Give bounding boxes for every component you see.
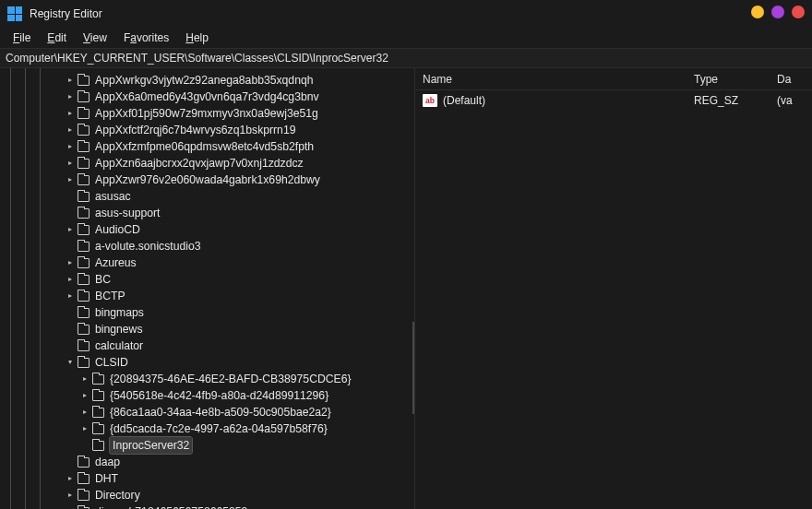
tree-node[interactable]: ▸Azureus <box>0 254 414 271</box>
chevron-right-icon[interactable]: ▸ <box>65 470 76 487</box>
chevron-right-icon[interactable]: ▸ <box>79 404 90 420</box>
folder-icon <box>78 242 90 252</box>
tree-node-label: daap <box>95 454 120 470</box>
folder-icon <box>92 408 104 418</box>
tree-node-label: {5405618e-4c42-4fb9-a80a-d24d89911296} <box>110 387 328 404</box>
value-row[interactable]: ab (Default) REG_SZ (va <box>415 90 812 111</box>
tree-node[interactable]: ▸bingnews <box>0 321 414 337</box>
chevron-right-icon[interactable]: ▸ <box>79 371 90 387</box>
tree-node[interactable]: ▸AppXwrkgv3vjytw2z92anega8abb35xqdnqh <box>0 72 414 89</box>
tree-node-label: bingmaps <box>95 304 144 321</box>
menu-file[interactable]: File <box>6 30 38 46</box>
menu-favorites[interactable]: Favorites <box>116 30 176 46</box>
chevron-right-icon[interactable]: ▸ <box>79 420 90 437</box>
tree-node[interactable]: ▸bingmaps <box>0 304 414 321</box>
tree-node[interactable]: ▸AudioCD <box>0 221 414 238</box>
tree-node[interactable]: ▸AppXzn6aajbcrxx2qvxjawp7v0xnj1zdzdcz <box>0 155 414 172</box>
tree-root: ▸AppXwrkgv3vjytw2z92anega8abb35xqdnqh▸Ap… <box>0 72 414 509</box>
tree-node-label: InprocServer32 <box>110 437 192 454</box>
chevron-right-icon[interactable]: ▸ <box>65 254 76 271</box>
folder-icon <box>78 308 90 318</box>
tree-node[interactable]: ▸BC <box>0 271 414 288</box>
column-header-name[interactable]: Name <box>423 73 694 86</box>
folder-icon <box>78 109 90 119</box>
chevron-right-icon[interactable]: ▸ <box>65 503 76 509</box>
detail-pane: Name Type Da ab (Default) REG_SZ (va <box>415 68 812 509</box>
chevron-right-icon[interactable]: ▸ <box>65 72 76 89</box>
chevron-down-icon[interactable]: ▾ <box>65 354 76 371</box>
chevron-right-icon[interactable]: ▸ <box>65 155 76 172</box>
minimize-button[interactable] <box>751 6 764 18</box>
string-value-icon: ab <box>423 94 437 107</box>
folder-icon <box>78 291 90 302</box>
folder-icon <box>78 142 90 152</box>
tree-node[interactable]: ▸discord-712465656758665259 <box>0 503 414 509</box>
tree-node[interactable]: ▸{5405618e-4c42-4fb9-a80a-d24d89911296} <box>0 387 414 404</box>
value-data: (va <box>777 94 805 107</box>
tree-node[interactable]: ▸InprocServer32 <box>0 437 414 454</box>
tree-node-label: AppXwrkgv3vjytw2z92anega8abb35xqdnqh <box>95 72 313 89</box>
tree-node[interactable]: ▸DHT <box>0 470 414 487</box>
tree-node[interactable]: ▸asus-support <box>0 205 414 221</box>
maximize-button[interactable] <box>771 6 784 18</box>
tree-node[interactable]: ▸{86ca1aa0-34aa-4e8b-a509-50c905bae2a2} <box>0 404 414 420</box>
column-header-data[interactable]: Da <box>777 73 805 86</box>
chevron-right-icon[interactable]: ▸ <box>65 487 76 503</box>
tree-node-label: Directory <box>95 487 140 503</box>
chevron-right-icon[interactable]: ▸ <box>79 387 90 404</box>
chevron-right-icon[interactable]: ▸ <box>65 221 76 238</box>
folder-icon <box>78 325 90 335</box>
tree-node-label: AppXxfctf2rqj6c7b4wrvys6zq1bskprrn19 <box>95 122 295 138</box>
column-header-type[interactable]: Type <box>694 73 777 86</box>
chevron-right-icon[interactable]: ▸ <box>65 288 76 304</box>
chevron-right-icon[interactable]: ▸ <box>65 271 76 288</box>
chevron-right-icon[interactable]: ▸ <box>65 105 76 122</box>
tree-node[interactable]: ▸AppXzwr976v2e060wada4gabrk1x69h2dbwy <box>0 172 414 188</box>
menubar: File Edit View Favorites Help <box>0 28 812 48</box>
folder-icon <box>78 159 90 169</box>
folder-icon <box>78 474 90 484</box>
folder-icon <box>78 491 90 501</box>
tree-node[interactable]: ▸{20894375-46AE-46E2-BAFD-CB38975CDCE6} <box>0 371 414 387</box>
folder-icon <box>78 76 90 86</box>
tree-node[interactable]: ▸BCTP <box>0 288 414 304</box>
chevron-right-icon[interactable]: ▸ <box>65 138 76 155</box>
tree-node-label: AppXx6a0med6y43gv0vn6qa7r3vdg4cg3bnv <box>95 89 319 105</box>
scrollbar-vertical[interactable] <box>412 322 414 414</box>
window-controls <box>751 6 805 18</box>
menu-help[interactable]: Help <box>178 30 216 46</box>
tree-node[interactable]: ▸AppXxf01pj590w7z9mxmyv3nx0a9ewj3e51g <box>0 105 414 122</box>
tree-node-label: {86ca1aa0-34aa-4e8b-a509-50c905bae2a2} <box>110 404 331 420</box>
folder-icon <box>78 225 90 235</box>
menu-view[interactable]: View <box>76 30 114 46</box>
tree-node[interactable]: ▸a-volute.sonicstudio3 <box>0 238 414 254</box>
tree-pane[interactable]: ▸AppXwrkgv3vjytw2z92anega8abb35xqdnqh▸Ap… <box>0 68 415 509</box>
folder-icon <box>92 424 104 434</box>
tree-node-label: calculator <box>95 337 143 354</box>
tree-node[interactable]: ▸asusac <box>0 188 414 205</box>
tree-node[interactable]: ▸AppXx6a0med6y43gv0vn6qa7r3vdg4cg3bnv <box>0 89 414 105</box>
tree-node-label: BCTP <box>95 288 125 304</box>
chevron-right-icon[interactable]: ▸ <box>65 172 76 188</box>
folder-icon <box>92 441 104 451</box>
folder-icon <box>78 275 90 285</box>
tree-node[interactable]: ▸AppXxfzmfpme06qpdmsvw8etc4vd5sb2fpth <box>0 138 414 155</box>
chevron-right-icon[interactable]: ▸ <box>65 89 76 105</box>
tree-node[interactable]: ▸AppXxfctf2rqj6c7b4wrvys6zq1bskprrn19 <box>0 122 414 138</box>
tree-node[interactable]: ▾CLSID <box>0 354 414 371</box>
chevron-right-icon[interactable]: ▸ <box>65 122 76 138</box>
tree-node-label: asusac <box>95 188 131 205</box>
address-bar[interactable]: Computer\HKEY_CURRENT_USER\Software\Clas… <box>0 48 812 68</box>
tree-node-label: bingnews <box>95 321 143 337</box>
tree-node[interactable]: ▸calculator <box>0 337 414 354</box>
tree-node-label: discord-712465656758665259 <box>95 503 247 509</box>
tree-node[interactable]: ▸{dd5cacda-7c2e-4997-a62a-04a597b58f76} <box>0 420 414 437</box>
menu-edit[interactable]: Edit <box>40 30 74 46</box>
tree-node[interactable]: ▸daap <box>0 454 414 470</box>
tree-node-label: AppXzwr976v2e060wada4gabrk1x69h2dbwy <box>95 172 320 188</box>
tree-node-label: asus-support <box>95 205 160 221</box>
value-type: REG_SZ <box>694 94 777 107</box>
close-button[interactable] <box>792 6 805 18</box>
value-name: (Default) <box>443 94 694 107</box>
tree-node[interactable]: ▸Directory <box>0 487 414 503</box>
